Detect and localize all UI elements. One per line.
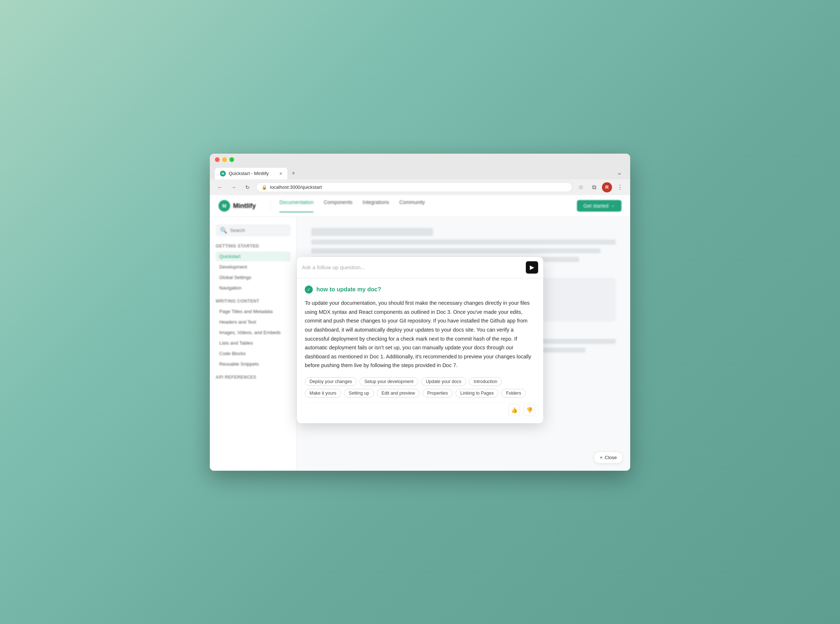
tab-favicon: M [220, 171, 226, 176]
nav-links: Documentation Components Integrations Co… [279, 199, 577, 212]
sidebar-item-navigation[interactable]: Navigation [216, 283, 290, 293]
get-started-button[interactable]: Get started → [577, 200, 621, 212]
browser-tabs: M Quickstart - Mintlify × + ⌄ [215, 165, 625, 179]
close-button[interactable]: × Close [594, 451, 623, 463]
tag-deploy-changes[interactable]: Deploy your changes [305, 377, 357, 386]
sidebar-item-page-titles[interactable]: Page Titles and Metadata [216, 307, 290, 317]
page-content: M Mintlify Documentation Components Inte… [210, 195, 630, 471]
chat-footer: 👍 👎 [305, 403, 535, 416]
tag-edit-preview[interactable]: Edit and preview [377, 389, 420, 397]
menu-button[interactable]: ⋮ [615, 182, 625, 192]
bookmark-button[interactable]: ☆ [576, 182, 586, 192]
tab-close-button[interactable]: × [279, 171, 282, 176]
search-box[interactable]: 🔍 [216, 224, 290, 236]
send-icon: ▶ [530, 264, 534, 271]
thumbs-down-button[interactable]: 👎 [523, 405, 535, 416]
sidebar-item-global-settings[interactable]: Global Settings [216, 272, 290, 282]
sidebar-item-images-videos[interactable]: Images, Videos, and Embeds [216, 327, 290, 337]
thumbs-down-icon: 👎 [526, 407, 533, 414]
tag-properties[interactable]: Properties [423, 389, 452, 397]
tab-expand-button[interactable]: ⌄ [614, 165, 625, 179]
logo-icon: M [219, 200, 230, 212]
browser-window: M Quickstart - Mintlify × + ⌄ ← → ↻ 🔒 lo… [210, 154, 630, 471]
close-label: Close [605, 455, 617, 460]
minimize-traffic-light[interactable] [222, 157, 227, 162]
nav-community[interactable]: Community [399, 199, 425, 212]
logo-area: M Mintlify [219, 200, 256, 212]
back-button[interactable]: ← [215, 182, 225, 192]
thumbs-up-button[interactable]: 👍 [508, 405, 520, 416]
search-icon: 🔍 [220, 227, 227, 234]
tag-setting-up[interactable]: Setting up [344, 389, 374, 397]
refresh-button[interactable]: ↻ [242, 182, 253, 192]
chat-send-button[interactable]: ▶ [526, 261, 538, 273]
profile-avatar[interactable]: R [602, 182, 612, 192]
traffic-lights [215, 157, 625, 162]
browser-toolbar: ← → ↻ 🔒 localhost:3000/quickstart ☆ ⧉ R … [210, 179, 630, 195]
tag-folders[interactable]: Folders [501, 389, 526, 397]
tag-update-docs[interactable]: Update your docs [421, 377, 466, 386]
sidebar-item-lists-tables[interactable]: Lists and Tables [216, 338, 290, 348]
browser-chrome: M Quickstart - Mintlify × + ⌄ [210, 154, 630, 179]
chat-tags: Deploy your changes Setup your developme… [305, 377, 535, 397]
address-bar[interactable]: 🔒 localhost:3000/quickstart [256, 182, 572, 192]
lock-icon: 🔒 [262, 185, 267, 190]
top-nav: M Mintlify Documentation Components Inte… [210, 195, 630, 217]
toolbar-actions: ☆ ⧉ R ⋮ [576, 182, 625, 192]
fullscreen-traffic-light[interactable] [229, 157, 234, 162]
chat-result: ✓ how to update my doc? To update your d… [297, 278, 543, 423]
close-x-icon: × [600, 455, 603, 460]
nav-divider [270, 201, 271, 211]
nav-documentation[interactable]: Documentation [279, 199, 313, 212]
sidebar-item-headers-text[interactable]: Headers and Text [216, 317, 290, 327]
nav-components[interactable]: Components [324, 199, 352, 212]
sidebar-item-development[interactable]: Development [216, 262, 290, 272]
tag-make-it-yours[interactable]: Make it yours [305, 389, 341, 397]
sidebar-item-reusable-snippets[interactable]: Reusable Snippets [216, 359, 290, 369]
api-references-section-title: API References [216, 375, 290, 380]
logo-text: Mintlify [233, 202, 256, 210]
writing-content-section-title: Writing Content [216, 299, 290, 304]
chat-answer-text: To update your documentation, you should… [305, 299, 535, 370]
tag-introduction[interactable]: Introduction [469, 377, 502, 386]
tag-linking-pages[interactable]: Linking to Pages [456, 389, 498, 397]
extensions-button[interactable]: ⧉ [589, 182, 599, 192]
forward-button[interactable]: → [229, 182, 239, 192]
active-tab[interactable]: M Quickstart - Mintlify × [215, 168, 287, 179]
chat-panel: ▶ ✓ how to update my doc? To update your… [297, 257, 543, 423]
check-icon: ✓ [305, 286, 313, 293]
tag-setup-development[interactable]: Setup your development [360, 377, 418, 386]
new-tab-button[interactable]: + [287, 167, 300, 179]
sidebar-item-quickstart[interactable]: Quickstart [216, 252, 290, 261]
search-input[interactable] [230, 227, 286, 233]
sidebar-item-code-blocks[interactable]: Code Blocks [216, 349, 290, 358]
nav-right: Get started → [577, 200, 621, 212]
chat-question-row: ✓ how to update my doc? [305, 286, 535, 293]
thumbs-up-icon: 👍 [511, 407, 518, 414]
chat-input-area: ▶ [297, 257, 543, 278]
sidebar: 🔍 Getting Started Quickstart Development… [210, 217, 297, 471]
chat-follow-up-input[interactable] [302, 264, 522, 270]
close-traffic-light[interactable] [215, 157, 219, 162]
getting-started-section-title: Getting Started [216, 244, 290, 249]
tab-title: Quickstart - Mintlify [229, 171, 269, 176]
url-text: localhost:3000/quickstart [270, 184, 322, 190]
chat-question-text: how to update my doc? [317, 286, 381, 293]
nav-integrations[interactable]: Integrations [363, 199, 389, 212]
